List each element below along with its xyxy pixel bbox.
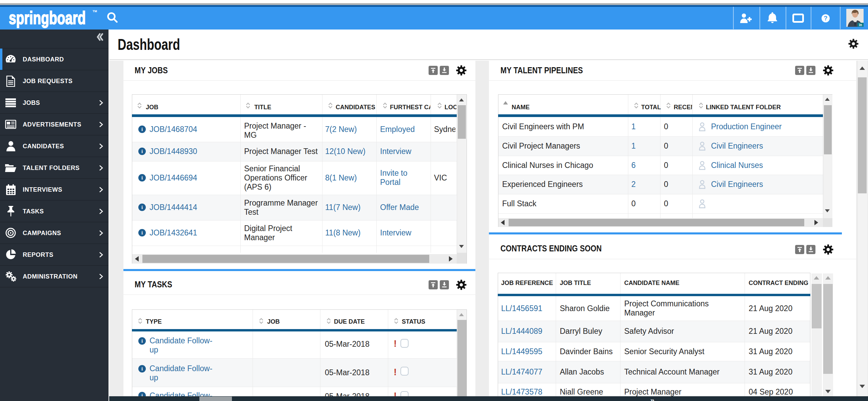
svg-text:in: in bbox=[859, 23, 862, 27]
